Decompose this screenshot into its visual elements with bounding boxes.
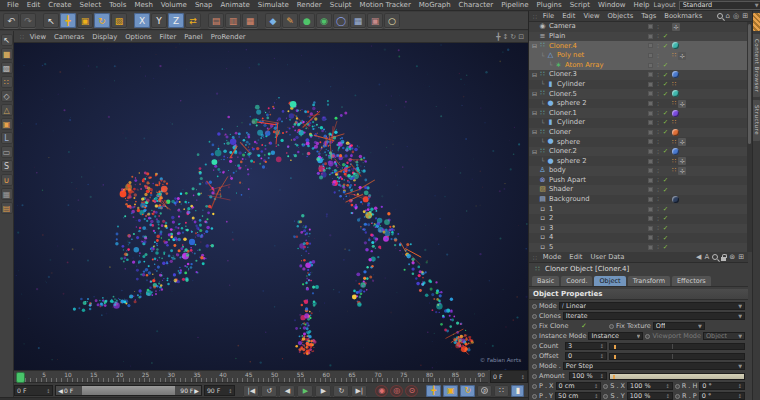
keyframe-dot-icon[interactable] (532, 384, 537, 389)
enabled-check-icon[interactable]: ✓ (661, 33, 670, 40)
object-row-cloner-5[interactable]: ⊟∷Cloner.5∶✓ (529, 89, 748, 99)
attribute-manager-menu-user-data[interactable]: User Data (587, 253, 629, 261)
enabled-check-icon[interactable]: ✓ (661, 225, 670, 232)
modeling-settings-button[interactable]: ▤ (1, 202, 13, 214)
phong-tag-icon[interactable]: ∷ (672, 167, 676, 174)
render-view-button[interactable]: ▤ (208, 13, 224, 28)
tweak-mode-button[interactable]: ▣ (1, 118, 13, 130)
phong-tag-icon[interactable]: ∷ (672, 158, 676, 165)
expand-icon[interactable]: ⊟ (531, 110, 538, 116)
layer-color-swatch[interactable] (648, 159, 653, 164)
search-icon[interactable] (717, 13, 723, 19)
record-parameter-button[interactable]: ⊙ (405, 385, 418, 397)
layer-color-swatch[interactable] (648, 197, 653, 202)
visibility-dots-toggle[interactable]: ∶ (655, 139, 661, 145)
material-thumbnail[interactable] (672, 42, 679, 49)
enabled-check-icon[interactable]: ✓ (661, 235, 670, 242)
tab-coord[interactable]: Coord. (561, 276, 592, 286)
amount-input[interactable]: 100 %↕ (569, 372, 607, 380)
panel-grip-icon[interactable]: ∷ (531, 254, 539, 261)
object-row-shader[interactable]: ▨Shader∶✓ (529, 185, 748, 195)
enabled-check-icon[interactable]: ✓ (661, 110, 670, 117)
layer-color-swatch[interactable] (648, 178, 653, 183)
menu-pipeline[interactable]: Pipeline (497, 1, 532, 9)
count-input[interactable]: 3↕ (565, 342, 607, 350)
filter-eye-icon[interactable]: ◎ (733, 12, 739, 20)
object-manager-menu-edit[interactable]: Edit (558, 12, 579, 20)
keyframe-dot-icon[interactable] (603, 384, 608, 389)
object-manager-menu-tags[interactable]: Tags (637, 12, 660, 20)
object-row-4[interactable]: ▫4∶✓ (529, 233, 748, 243)
home-icon[interactable]: ⌂ (726, 12, 730, 20)
undo-button[interactable]: ↶ (3, 13, 19, 28)
add-floor-button[interactable]: ▦ (350, 13, 366, 28)
polygons-mode-button[interactable]: △ (1, 104, 13, 116)
move-tool-button[interactable]: ╋ (60, 13, 76, 28)
object-row-sphere-2[interactable]: └●sphere 2∶∷⊹ (529, 99, 748, 109)
current-frame-input[interactable]: 0 F↕ (490, 370, 528, 383)
phong-tag-icon[interactable]: ∷ (672, 81, 676, 88)
layer-color-swatch[interactable] (648, 101, 653, 106)
tab-basic[interactable]: Basic (532, 276, 559, 286)
tab-effectors[interactable]: Effectors (672, 276, 711, 286)
py-input[interactable]: 50 cm↕ (555, 392, 601, 400)
enabled-check-icon[interactable]: ✓ (661, 119, 670, 126)
rp-input[interactable]: 0 °↕ (699, 392, 745, 400)
auto-keying-button[interactable]: ▮ (511, 385, 524, 397)
enabled-check-icon[interactable]: ✓ (661, 91, 670, 98)
lock-z-axis-button[interactable]: Z (168, 13, 184, 28)
expand-icon[interactable]: ⊟ (531, 91, 538, 97)
enabled-check-icon[interactable]: ✓ (661, 177, 670, 184)
arrange-up-icon[interactable]: A (704, 253, 709, 261)
layer-color-swatch[interactable] (648, 168, 653, 173)
keyframe-dot-icon[interactable] (532, 344, 537, 349)
goto-previous-key-button[interactable]: ↺ (261, 385, 277, 397)
menu-render[interactable]: Render (293, 1, 326, 9)
visibility-dots-toggle[interactable]: ∶ (655, 158, 661, 164)
pan-icon[interactable]: ╋ (496, 33, 500, 41)
visibility-dots-toggle[interactable]: ∶ (655, 53, 661, 59)
viewport-menu-display[interactable]: Display (88, 33, 121, 41)
edit-render-settings-button[interactable]: ▦ (242, 13, 258, 28)
viewport-menu-panel[interactable]: Panel (180, 33, 206, 41)
add-deformer-button[interactable]: ◉ (316, 13, 332, 28)
goto-next-key-button[interactable]: ↻ (333, 385, 349, 397)
object-row-cloner-2[interactable]: ⊟∷Cloner.2∶✓ (529, 147, 748, 157)
object-row-background[interactable]: ▤Background∶ (529, 195, 748, 205)
object-row-cloner-3[interactable]: ⊟∷Cloner.3∶✓ (529, 70, 748, 80)
playback-start-input[interactable]: 0 F↕ (14, 385, 53, 396)
preview-range-slider[interactable]: ◀0 F 90 F▶ (55, 385, 202, 396)
add-generator-button[interactable]: ● (299, 13, 315, 28)
object-row-2[interactable]: ▫2∶✓ (529, 214, 748, 224)
material-thumbnail[interactable] (672, 196, 679, 203)
tab-transform[interactable]: Transform (628, 276, 670, 286)
panel-add-icon[interactable]: ⊞ (742, 12, 748, 20)
object-manager-menu-view[interactable]: View (579, 12, 603, 20)
target-tag-icon[interactable]: ⊹ (672, 23, 680, 31)
tab-object[interactable]: Object (594, 276, 625, 286)
side-tab-structure[interactable]: Structure (753, 100, 760, 140)
add-environment-button[interactable]: ◯ (333, 13, 349, 28)
layer-color-swatch[interactable] (648, 207, 653, 212)
layer-color-swatch[interactable] (648, 187, 653, 192)
target-tag-icon[interactable]: ⊹ (678, 52, 686, 60)
layout-dropdown[interactable]: Standard ▼ (679, 1, 760, 10)
keyframe-dot-icon[interactable] (532, 374, 537, 379)
lock-x-axis-button[interactable]: X (134, 13, 150, 28)
object-row-1[interactable]: ▫1∶✓ (529, 204, 748, 214)
enabled-check-icon[interactable]: ✓ (661, 129, 670, 136)
material-thumbnail[interactable] (672, 90, 679, 97)
axis-mode-button[interactable]: L (1, 132, 13, 144)
panel-add-icon[interactable]: ⊞ (738, 253, 744, 261)
keyframe-dot-icon[interactable] (532, 354, 537, 359)
add-primitive-button[interactable]: ◆ (265, 13, 281, 28)
magnet-tool-button[interactable]: ∪ (1, 174, 13, 186)
maximize-icon[interactable]: ⊡ (518, 33, 524, 41)
next-frame-button[interactable]: ▶ (315, 385, 331, 397)
enabled-check-icon[interactable]: ✓ (661, 244, 670, 251)
step-mode-dropdown[interactable]: Per Step▼ (563, 362, 745, 370)
points-mode-button[interactable]: ∷ (1, 76, 13, 88)
enabled-check-icon[interactable]: ✓ (661, 215, 670, 222)
menu-plugins[interactable]: Plugins (533, 1, 566, 9)
menu-snap[interactable]: Snap (191, 1, 217, 9)
